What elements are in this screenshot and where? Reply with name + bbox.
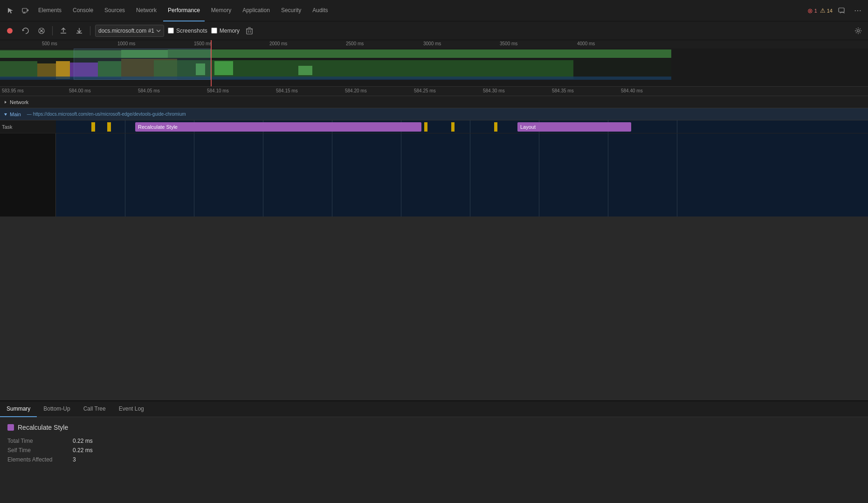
- summary-content: Recalculate Style Total Time 0.22 ms Sel…: [0, 417, 868, 472]
- main-url: — https://docs.microsoft.com/en-us/micro…: [27, 112, 186, 117]
- ruler-label-3000: 3000 ms: [423, 41, 441, 46]
- flame-rows-area: [0, 133, 868, 217]
- network-section-header[interactable]: Network: [0, 96, 868, 108]
- summary-row-total-time: Total Time 0.22 ms: [7, 438, 861, 444]
- summary-row-elements: Elements Affected 3: [7, 456, 861, 463]
- settings-icon[interactable]: [852, 25, 864, 37]
- svg-rect-21: [56, 61, 70, 79]
- svg-rect-4: [839, 8, 844, 12]
- selection-range: [74, 49, 211, 80]
- tab-event-log[interactable]: Event Log: [112, 401, 151, 417]
- ruler-label-4000: 4000 ms: [577, 41, 595, 46]
- clear-button[interactable]: [35, 25, 48, 37]
- svg-rect-19: [0, 61, 37, 77]
- detail-label-1: 584.00 ms: [69, 88, 91, 93]
- summary-title: Recalculate Style: [7, 424, 861, 431]
- layout-bar[interactable]: Layout: [517, 122, 631, 132]
- svg-marker-30: [5, 101, 7, 104]
- tab-application[interactable]: Application: [238, 0, 275, 21]
- download-icon[interactable]: [73, 25, 85, 37]
- task-bar-yellow3: [424, 122, 427, 132]
- tab-sources[interactable]: Sources: [100, 0, 130, 21]
- device-icon[interactable]: [19, 4, 32, 17]
- bottom-panel: Summary Bottom-Up Call Tree Event Log Re…: [0, 400, 868, 503]
- error-badge[interactable]: ⊗ 1: [807, 7, 817, 14]
- reload-record-button[interactable]: [20, 25, 32, 37]
- tab-summary[interactable]: Summary: [0, 401, 37, 417]
- task-bar-yellow2: [107, 122, 111, 132]
- detail-label-9: 584.40 ms: [621, 88, 643, 93]
- tab-memory[interactable]: Memory: [207, 0, 236, 21]
- net-chart: NET: [0, 80, 868, 87]
- trash-icon[interactable]: [243, 25, 255, 37]
- svg-rect-28: [298, 66, 312, 75]
- svg-rect-20: [37, 63, 56, 77]
- detail-label-7: 584.30 ms: [483, 88, 505, 93]
- tab-elements[interactable]: Elements: [34, 0, 66, 21]
- ruler-label-2500: 2500 ms: [346, 41, 364, 46]
- svg-point-13: [857, 29, 860, 32]
- summary-color-box: [7, 424, 14, 431]
- ruler-label-1000: 1000 ms: [117, 41, 135, 46]
- toolbar-divider: [52, 26, 53, 35]
- svg-rect-1: [28, 9, 28, 11]
- tab-audits[interactable]: Audits: [308, 0, 332, 21]
- task-bar-yellow5: [494, 122, 497, 132]
- tab-console[interactable]: Console: [68, 0, 98, 21]
- more-icon[interactable]: ⋯: [851, 4, 864, 17]
- detail-ruler: 583.95 ms 584.00 ms 584.05 ms 584.10 ms …: [0, 87, 868, 96]
- task-track: Task Recalculate Style: [0, 120, 868, 133]
- top-nav: Elements Console Sources Network Perform…: [0, 0, 868, 21]
- task-bar-yellow4: [451, 122, 455, 132]
- cursor-icon[interactable]: [4, 4, 17, 17]
- tab-security[interactable]: Security: [276, 0, 306, 21]
- record-button[interactable]: [4, 25, 16, 37]
- profile-selector[interactable]: docs.microsoft.com #1: [95, 25, 164, 37]
- tab-bottom-up[interactable]: Bottom-Up: [37, 401, 76, 417]
- ruler-label-1500: 1500 ms: [194, 41, 212, 46]
- recalculate-style-bar[interactable]: Recalculate Style: [135, 122, 421, 132]
- svg-rect-27: [214, 61, 233, 75]
- detail-label-3: 584.10 ms: [207, 88, 229, 93]
- timeline-overview[interactable]: 500 ms 1000 ms 1500 ms 2000 ms 2500 ms 3…: [0, 40, 868, 87]
- ruler-label-2000: 2000 ms: [269, 41, 287, 46]
- svg-rect-0: [22, 8, 27, 12]
- screenshots-checkbox[interactable]: [168, 28, 174, 34]
- memory-checkbox[interactable]: [211, 28, 217, 34]
- detail-label-4: 584.15 ms: [276, 88, 298, 93]
- detail-label-5: 584.20 ms: [345, 88, 367, 93]
- svg-rect-9: [247, 29, 252, 34]
- feedback-icon[interactable]: [835, 4, 848, 17]
- performance-toolbar: docs.microsoft.com #1 Screenshots Memory: [0, 21, 868, 40]
- tab-network[interactable]: Network: [131, 0, 161, 21]
- memory-checkbox-label[interactable]: Memory: [211, 28, 240, 34]
- detail-label-0: 583.95 ms: [2, 88, 24, 93]
- bottom-tabs: Summary Bottom-Up Call Tree Event Log: [0, 401, 868, 417]
- tab-performance[interactable]: Performance: [163, 0, 205, 21]
- ruler-label-500: 500 ms: [42, 41, 57, 46]
- detail-label-2: 584.05 ms: [138, 88, 160, 93]
- flame-chart-area: Network Main — https://docs.microsoft.co…: [0, 96, 868, 217]
- svg-rect-17: [168, 49, 671, 58]
- warn-badge[interactable]: ⚠ 14: [820, 7, 833, 14]
- selection-line: [211, 40, 212, 86]
- upload-icon[interactable]: [57, 25, 69, 37]
- svg-marker-31: [4, 113, 7, 116]
- summary-row-self-time: Self Time 0.22 ms: [7, 447, 861, 454]
- ruler-label-3500: 3500 ms: [500, 41, 517, 46]
- timeline-ruler: 500 ms 1000 ms 1500 ms 2000 ms 2500 ms 3…: [0, 40, 868, 49]
- tab-call-tree[interactable]: Call Tree: [77, 401, 112, 417]
- main-section-header[interactable]: Main — https://docs.microsoft.com/en-us/…: [0, 108, 868, 120]
- svg-point-5: [7, 28, 13, 34]
- detail-label-8: 584.35 ms: [552, 88, 574, 93]
- screenshots-checkbox-label[interactable]: Screenshots: [168, 28, 207, 34]
- toolbar-divider2: [90, 26, 90, 35]
- detail-label-6: 584.25 ms: [414, 88, 436, 93]
- task-bar-yellow1: [91, 122, 95, 132]
